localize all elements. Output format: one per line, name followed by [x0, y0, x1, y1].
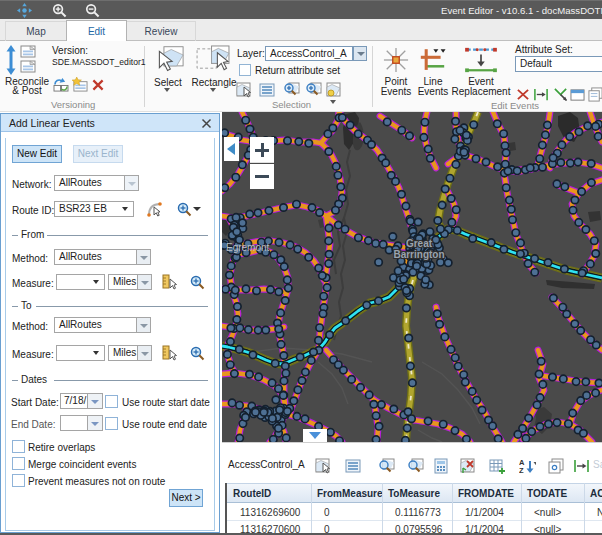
svg-text:Z: Z [519, 466, 524, 474]
svg-text:Barrington: Barrington [393, 249, 444, 260]
svg-text:Great: Great [406, 238, 433, 249]
svg-text:Egremont: Egremont [226, 242, 270, 253]
